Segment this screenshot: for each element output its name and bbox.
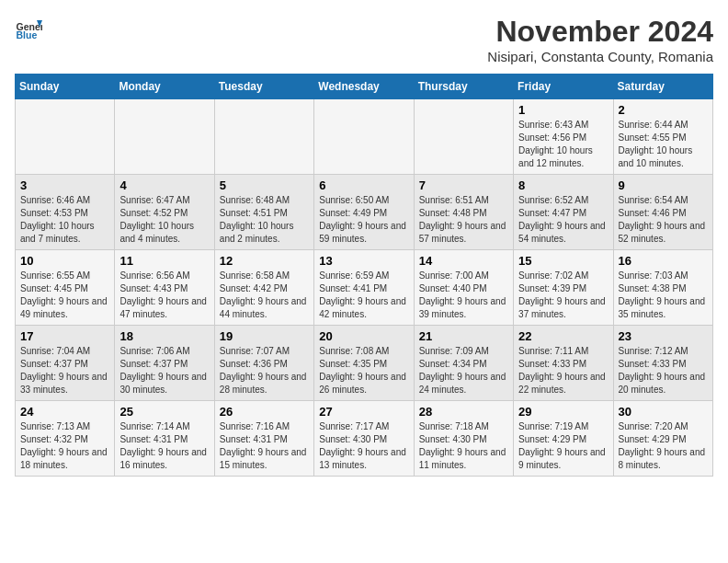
day-number: 5: [220, 178, 309, 192]
day-number: 15: [518, 254, 608, 268]
day-number: 29: [518, 405, 608, 419]
table-row: 7Sunrise: 6:51 AMSunset: 4:48 PMDaylight…: [414, 175, 513, 250]
table-row: 9Sunrise: 6:54 AMSunset: 4:46 PMDaylight…: [613, 175, 712, 250]
day-number: 28: [419, 405, 508, 419]
day-info: Sunrise: 7:00 AMSunset: 4:40 PMDaylight:…: [419, 270, 508, 321]
day-number: 23: [619, 329, 708, 343]
header-thursday: Thursday: [414, 75, 513, 99]
table-row: 27Sunrise: 7:17 AMSunset: 4:30 PMDayligh…: [314, 401, 414, 477]
day-number: 24: [20, 405, 109, 419]
day-info: Sunrise: 6:59 AMSunset: 4:41 PMDaylight:…: [319, 270, 408, 321]
day-info: Sunrise: 6:56 AMSunset: 4:43 PMDaylight:…: [119, 270, 209, 321]
table-row: [16, 99, 115, 175]
table-row: 25Sunrise: 7:14 AMSunset: 4:31 PMDayligh…: [115, 401, 214, 477]
weekday-header-row: Sunday Monday Tuesday Wednesday Thursday…: [16, 75, 713, 99]
day-info: Sunrise: 7:14 AMSunset: 4:31 PMDaylight:…: [119, 420, 209, 472]
day-info: Sunrise: 7:18 AMSunset: 4:30 PMDaylight:…: [419, 420, 508, 472]
day-info: Sunrise: 7:20 AMSunset: 4:29 PMDaylight:…: [619, 420, 708, 472]
day-info: Sunrise: 6:43 AMSunset: 4:56 PMDaylight:…: [518, 119, 608, 170]
day-info: Sunrise: 7:13 AMSunset: 4:32 PMDaylight:…: [20, 420, 109, 472]
day-number: 22: [518, 329, 608, 343]
day-number: 27: [319, 405, 408, 419]
table-row: 4Sunrise: 6:47 AMSunset: 4:52 PMDaylight…: [115, 175, 214, 250]
day-info: Sunrise: 7:07 AMSunset: 4:36 PMDaylight:…: [220, 345, 309, 396]
day-info: Sunrise: 6:48 AMSunset: 4:51 PMDaylight:…: [220, 194, 309, 246]
day-number: 20: [319, 329, 408, 343]
day-number: 8: [518, 178, 608, 192]
page-header: General Blue November 2024 Nisipari, Con…: [15, 15, 713, 64]
day-info: Sunrise: 7:09 AMSunset: 4:34 PMDaylight:…: [419, 345, 508, 396]
table-row: 23Sunrise: 7:12 AMSunset: 4:33 PMDayligh…: [613, 326, 712, 401]
day-number: 21: [419, 329, 508, 343]
day-number: 13: [319, 254, 408, 268]
day-info: Sunrise: 7:17 AMSunset: 4:30 PMDaylight:…: [319, 420, 408, 472]
table-row: [314, 99, 414, 175]
day-info: Sunrise: 7:03 AMSunset: 4:38 PMDaylight:…: [619, 270, 708, 321]
calendar-week-row: 17Sunrise: 7:04 AMSunset: 4:37 PMDayligh…: [16, 326, 713, 401]
table-row: 10Sunrise: 6:55 AMSunset: 4:45 PMDayligh…: [16, 250, 115, 326]
calendar-title: November 2024: [487, 15, 713, 49]
header-saturday: Saturday: [613, 75, 712, 99]
table-row: 20Sunrise: 7:08 AMSunset: 4:35 PMDayligh…: [314, 326, 414, 401]
day-info: Sunrise: 6:46 AMSunset: 4:53 PMDaylight:…: [20, 194, 109, 246]
day-number: 10: [20, 254, 109, 268]
header-monday: Monday: [115, 75, 214, 99]
table-row: 14Sunrise: 7:00 AMSunset: 4:40 PMDayligh…: [414, 250, 513, 326]
header-wednesday: Wednesday: [314, 75, 414, 99]
table-row: 24Sunrise: 7:13 AMSunset: 4:32 PMDayligh…: [16, 401, 115, 477]
calendar-week-row: 24Sunrise: 7:13 AMSunset: 4:32 PMDayligh…: [16, 401, 713, 477]
day-number: 16: [619, 254, 708, 268]
day-number: 26: [220, 405, 309, 419]
table-row: 15Sunrise: 7:02 AMSunset: 4:39 PMDayligh…: [514, 250, 613, 326]
table-row: 18Sunrise: 7:06 AMSunset: 4:37 PMDayligh…: [115, 326, 214, 401]
header-friday: Friday: [514, 75, 613, 99]
table-row: 6Sunrise: 6:50 AMSunset: 4:49 PMDaylight…: [314, 175, 414, 250]
day-info: Sunrise: 7:02 AMSunset: 4:39 PMDaylight:…: [518, 270, 608, 321]
table-row: 1Sunrise: 6:43 AMSunset: 4:56 PMDaylight…: [514, 99, 613, 175]
day-number: 12: [220, 254, 309, 268]
day-info: Sunrise: 6:50 AMSunset: 4:49 PMDaylight:…: [319, 194, 408, 246]
day-number: 7: [419, 178, 508, 192]
day-info: Sunrise: 7:04 AMSunset: 4:37 PMDaylight:…: [20, 345, 109, 396]
table-row: 11Sunrise: 6:56 AMSunset: 4:43 PMDayligh…: [115, 250, 214, 326]
day-info: Sunrise: 7:06 AMSunset: 4:37 PMDaylight:…: [119, 345, 209, 396]
table-row: 21Sunrise: 7:09 AMSunset: 4:34 PMDayligh…: [414, 326, 513, 401]
calendar-week-row: 1Sunrise: 6:43 AMSunset: 4:56 PMDaylight…: [16, 99, 713, 175]
table-row: 3Sunrise: 6:46 AMSunset: 4:53 PMDaylight…: [16, 175, 115, 250]
day-number: 17: [20, 329, 109, 343]
day-number: 30: [619, 405, 708, 419]
header-sunday: Sunday: [16, 75, 115, 99]
day-info: Sunrise: 6:58 AMSunset: 4:42 PMDaylight:…: [220, 270, 309, 321]
calendar-week-row: 3Sunrise: 6:46 AMSunset: 4:53 PMDaylight…: [16, 175, 713, 250]
day-info: Sunrise: 6:55 AMSunset: 4:45 PMDaylight:…: [20, 270, 109, 321]
table-row: 28Sunrise: 7:18 AMSunset: 4:30 PMDayligh…: [414, 401, 513, 477]
day-info: Sunrise: 6:54 AMSunset: 4:46 PMDaylight:…: [619, 194, 708, 246]
day-number: 4: [119, 178, 209, 192]
header-tuesday: Tuesday: [214, 75, 313, 99]
table-row: 22Sunrise: 7:11 AMSunset: 4:33 PMDayligh…: [514, 326, 613, 401]
table-row: 12Sunrise: 6:58 AMSunset: 4:42 PMDayligh…: [214, 250, 313, 326]
table-row: [214, 99, 313, 175]
day-number: 14: [419, 254, 508, 268]
svg-text:Blue: Blue: [17, 29, 38, 40]
table-row: 13Sunrise: 6:59 AMSunset: 4:41 PMDayligh…: [314, 250, 414, 326]
table-row: 17Sunrise: 7:04 AMSunset: 4:37 PMDayligh…: [16, 326, 115, 401]
day-info: Sunrise: 6:44 AMSunset: 4:55 PMDaylight:…: [619, 119, 708, 170]
table-row: 26Sunrise: 7:16 AMSunset: 4:31 PMDayligh…: [214, 401, 313, 477]
table-row: [414, 99, 513, 175]
table-row: 5Sunrise: 6:48 AMSunset: 4:51 PMDaylight…: [214, 175, 313, 250]
day-number: 2: [619, 103, 708, 117]
title-area: November 2024 Nisipari, Constanta County…: [487, 15, 713, 64]
logo: General Blue: [15, 15, 42, 42]
day-info: Sunrise: 6:52 AMSunset: 4:47 PMDaylight:…: [518, 194, 608, 246]
table-row: 8Sunrise: 6:52 AMSunset: 4:47 PMDaylight…: [514, 175, 613, 250]
day-info: Sunrise: 7:12 AMSunset: 4:33 PMDaylight:…: [619, 345, 708, 396]
day-info: Sunrise: 7:08 AMSunset: 4:35 PMDaylight:…: [319, 345, 408, 396]
day-info: Sunrise: 7:16 AMSunset: 4:31 PMDaylight:…: [220, 420, 309, 472]
day-info: Sunrise: 7:19 AMSunset: 4:29 PMDaylight:…: [518, 420, 608, 472]
table-row: 29Sunrise: 7:19 AMSunset: 4:29 PMDayligh…: [514, 401, 613, 477]
day-number: 3: [20, 178, 109, 192]
day-info: Sunrise: 6:47 AMSunset: 4:52 PMDaylight:…: [119, 194, 209, 246]
day-number: 25: [119, 405, 209, 419]
day-number: 9: [619, 178, 708, 192]
